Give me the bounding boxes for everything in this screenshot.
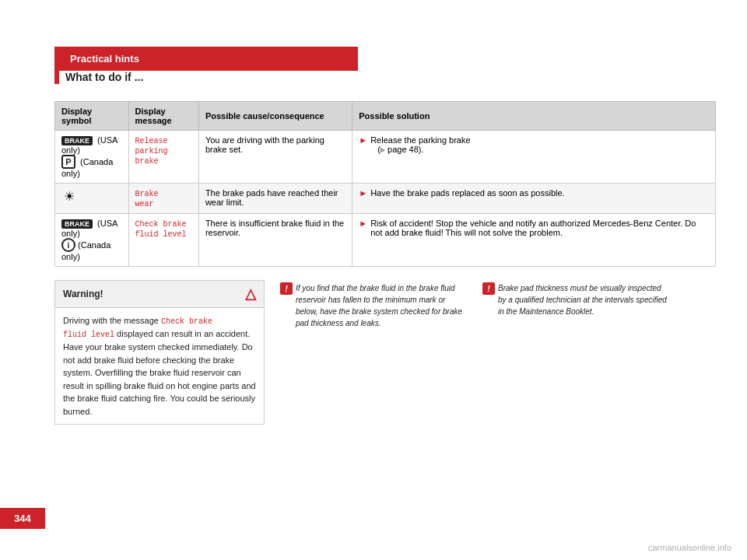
- table-row: BRAKE (USA only) i (Canada only) Check b…: [55, 214, 716, 267]
- info-text-2: Brake pad thickness must be visually ins…: [498, 282, 669, 317]
- warning-body: Driving with the message Check brakeflui…: [55, 308, 264, 424]
- col-header-message: Display message: [128, 102, 198, 131]
- cause-cell-1: You are driving with the parking brake s…: [198, 131, 352, 184]
- solution-cell-1: ► Release the parking brake (▹ page 48).: [352, 131, 716, 184]
- info-box-2: ! Brake pad thickness must be visually i…: [482, 282, 669, 317]
- watermark-text: carmanualsonline.info: [648, 543, 731, 552]
- solution-cell-3: ► Risk of accident! Stop the vehicle and…: [352, 214, 716, 267]
- warning-title: Warning!: [63, 289, 103, 299]
- message-cell-2: Brakewear: [128, 184, 198, 214]
- col-header-symbol: Display symbol: [55, 102, 129, 131]
- page-number-text: 344: [14, 513, 31, 524]
- table-row: ☀ Brakewear The brake pads have reached …: [55, 184, 716, 214]
- warning-code-text: Check brakefluid level: [63, 317, 212, 339]
- info-icon-1: !: [280, 282, 293, 295]
- warning-triangle-icon: △: [245, 285, 256, 303]
- info-text-1: If you find that the brake fluid in the …: [296, 282, 467, 329]
- message-code-2: Brakewear: [135, 190, 159, 208]
- arrow-icon-3: ►: [359, 219, 367, 228]
- solution-cell-2: ► Have the brake pads replaced as soon a…: [352, 184, 716, 214]
- p-badge: P: [61, 155, 75, 169]
- warning-box: Warning! △ Driving with the message Chec…: [54, 280, 265, 425]
- arrow-icon-2: ►: [359, 188, 367, 198]
- main-table: Display symbol Display message Possible …: [54, 101, 716, 267]
- page-number: 344: [0, 508, 45, 529]
- table-row: BRAKE (USA only) P (Canada only) Release…: [55, 131, 716, 184]
- message-cell-1: Releaseparking brake: [128, 131, 198, 184]
- header-title: Practical hints: [70, 53, 139, 65]
- message-code-1: Releaseparking brake: [135, 137, 168, 166]
- col-header-solution: Possible solution: [352, 102, 716, 131]
- brake-badge: BRAKE: [61, 136, 93, 145]
- page-container: Practical hints What to do if ... Displa…: [0, 0, 747, 560]
- col-header-cause: Possible cause/consequence: [198, 102, 352, 131]
- section-title: What to do if ...: [54, 70, 143, 84]
- section-title-bar-icon: [54, 70, 59, 84]
- brake-badge-3: BRAKE: [61, 219, 93, 229]
- info-icon-2: !: [482, 282, 495, 295]
- cause-cell-2: The brake pads have reached their wear l…: [198, 184, 352, 214]
- info-box-1: ! If you find that the brake fluid in th…: [280, 282, 467, 329]
- watermark: carmanualsonline.info: [648, 543, 731, 552]
- arrow-icon-1: ►: [359, 135, 367, 145]
- sun-icon: ☀: [61, 188, 77, 204]
- header-bar: Practical hints: [54, 47, 358, 71]
- symbol-cell-2: ☀: [55, 184, 129, 214]
- symbol-cell-1: BRAKE (USA only) P (Canada only): [55, 131, 129, 184]
- warning-header: Warning! △: [55, 281, 264, 308]
- message-code-3: Check brakefluid level: [135, 220, 187, 239]
- circle-badge: i: [61, 238, 75, 252]
- symbol-cell-3: BRAKE (USA only) i (Canada only): [55, 214, 129, 267]
- cause-cell-3: There is insufficient brake fluid in the…: [198, 214, 352, 267]
- section-title-text: What to do if ...: [65, 71, 143, 83]
- message-cell-3: Check brakefluid level: [128, 214, 198, 267]
